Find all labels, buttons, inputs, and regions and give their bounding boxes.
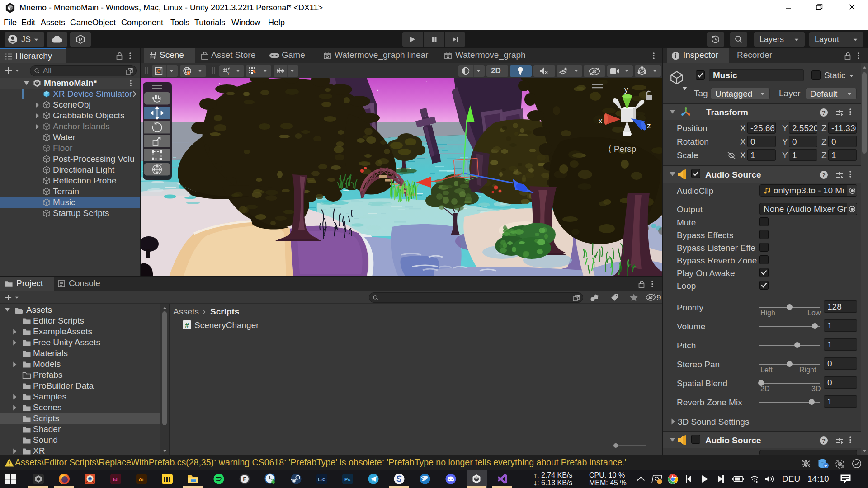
svg-text:?: ? (822, 172, 826, 178)
svg-text:Y: Y (227, 71, 230, 75)
svg-text:?: ? (822, 109, 826, 116)
svg-text:LrC: LrC (318, 477, 326, 482)
svg-text:⟨ Persp: ⟨ Persp (608, 144, 636, 154)
svg-text:z: z (647, 122, 651, 130)
svg-text:y: y (624, 85, 628, 94)
svg-text:F: F (243, 476, 246, 483)
svg-text:x: x (599, 117, 603, 125)
svg-text:Ai: Ai (139, 477, 144, 482)
svg-text:Ps: Ps (344, 477, 350, 482)
svg-text:#: # (185, 321, 189, 329)
svg-text:?: ? (822, 437, 826, 444)
svg-text:Id: Id (113, 477, 118, 482)
